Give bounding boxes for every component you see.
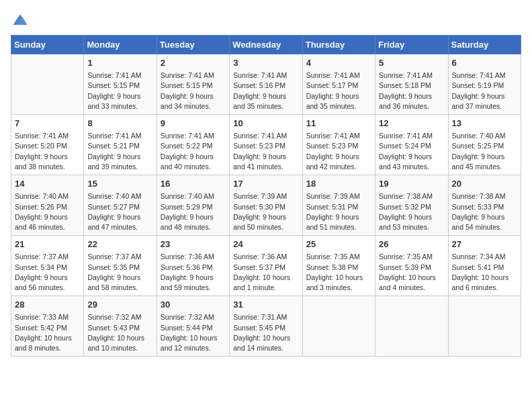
day-info: Sunrise: 7:38 AMSunset: 5:33 PMDaylight:… <box>452 191 517 232</box>
day-info: Sunrise: 7:41 AMSunset: 5:23 PMDaylight:… <box>233 131 298 172</box>
weekday-header: Monday <box>84 36 157 54</box>
calendar-cell: 7Sunrise: 7:41 AMSunset: 5:20 PMDaylight… <box>11 115 84 175</box>
calendar-cell: 1Sunrise: 7:41 AMSunset: 5:15 PMDaylight… <box>84 54 157 115</box>
weekday-header: Tuesday <box>157 36 229 54</box>
day-number: 29 <box>87 299 152 311</box>
calendar-cell: 16Sunrise: 7:40 AMSunset: 5:29 PMDayligh… <box>157 175 229 236</box>
logo-icon <box>11 11 30 30</box>
day-info: Sunrise: 7:39 AMSunset: 5:30 PMDaylight:… <box>233 191 298 232</box>
day-number: 5 <box>379 57 444 69</box>
calendar-cell: 30Sunrise: 7:32 AMSunset: 5:44 PMDayligh… <box>157 296 229 357</box>
day-number: 25 <box>306 238 371 250</box>
day-info: Sunrise: 7:36 AMSunset: 5:37 PMDaylight:… <box>233 252 298 293</box>
calendar-cell: 20Sunrise: 7:38 AMSunset: 5:33 PMDayligh… <box>448 175 521 236</box>
day-info: Sunrise: 7:40 AMSunset: 5:25 PMDaylight:… <box>452 131 517 172</box>
calendar-cell: 21Sunrise: 7:37 AMSunset: 5:34 PMDayligh… <box>11 236 84 296</box>
day-info: Sunrise: 7:38 AMSunset: 5:32 PMDaylight:… <box>379 191 444 232</box>
day-info: Sunrise: 7:41 AMSunset: 5:20 PMDaylight:… <box>15 131 80 172</box>
day-number: 22 <box>87 238 152 250</box>
day-number: 7 <box>15 118 80 130</box>
calendar-cell: 17Sunrise: 7:39 AMSunset: 5:30 PMDayligh… <box>230 175 302 236</box>
day-info: Sunrise: 7:37 AMSunset: 5:35 PMDaylight:… <box>87 252 152 293</box>
calendar-cell: 3Sunrise: 7:41 AMSunset: 5:16 PMDaylight… <box>230 54 302 115</box>
day-info: Sunrise: 7:40 AMSunset: 5:26 PMDaylight:… <box>15 191 80 232</box>
day-info: Sunrise: 7:41 AMSunset: 5:17 PMDaylight:… <box>306 71 371 111</box>
day-number: 13 <box>452 118 517 130</box>
day-number: 23 <box>161 238 226 250</box>
day-number: 21 <box>15 238 80 250</box>
calendar-cell: 9Sunrise: 7:41 AMSunset: 5:22 PMDaylight… <box>157 115 229 175</box>
day-number: 17 <box>233 178 298 190</box>
weekday-header: Sunday <box>11 36 84 54</box>
day-info: Sunrise: 7:41 AMSunset: 5:15 PMDaylight:… <box>161 71 226 111</box>
calendar-cell <box>11 54 84 115</box>
weekday-header: Thursday <box>302 36 375 54</box>
day-info: Sunrise: 7:40 AMSunset: 5:29 PMDaylight:… <box>161 191 226 232</box>
calendar-cell: 18Sunrise: 7:39 AMSunset: 5:31 PMDayligh… <box>302 175 375 236</box>
page-container: SundayMondayTuesdayWednesdayThursdayFrid… <box>0 0 532 363</box>
calendar-week-row: 1Sunrise: 7:41 AMSunset: 5:15 PMDaylight… <box>11 54 521 115</box>
calendar-cell: 8Sunrise: 7:41 AMSunset: 5:21 PMDaylight… <box>84 115 157 175</box>
calendar-cell: 28Sunrise: 7:33 AMSunset: 5:42 PMDayligh… <box>11 296 84 357</box>
calendar-cell: 25Sunrise: 7:35 AMSunset: 5:38 PMDayligh… <box>302 236 375 296</box>
day-info: Sunrise: 7:34 AMSunset: 5:41 PMDaylight:… <box>452 252 517 293</box>
calendar-week-row: 7Sunrise: 7:41 AMSunset: 5:20 PMDaylight… <box>11 115 521 175</box>
weekday-header: Wednesday <box>230 36 302 54</box>
logo <box>11 11 32 30</box>
page-header <box>11 11 521 30</box>
day-info: Sunrise: 7:37 AMSunset: 5:34 PMDaylight:… <box>15 252 80 293</box>
day-number: 11 <box>306 118 371 130</box>
day-number: 10 <box>233 118 298 130</box>
calendar-cell: 14Sunrise: 7:40 AMSunset: 5:26 PMDayligh… <box>11 175 84 236</box>
calendar-cell: 2Sunrise: 7:41 AMSunset: 5:15 PMDaylight… <box>157 54 229 115</box>
day-info: Sunrise: 7:41 AMSunset: 5:16 PMDaylight:… <box>233 71 298 111</box>
calendar-week-row: 21Sunrise: 7:37 AMSunset: 5:34 PMDayligh… <box>11 236 521 296</box>
calendar-cell: 26Sunrise: 7:35 AMSunset: 5:39 PMDayligh… <box>375 236 448 296</box>
day-number: 4 <box>306 57 371 69</box>
weekday-header-row: SundayMondayTuesdayWednesdayThursdayFrid… <box>11 36 521 54</box>
day-info: Sunrise: 7:36 AMSunset: 5:36 PMDaylight:… <box>161 252 226 293</box>
calendar-cell <box>302 296 375 357</box>
day-number: 9 <box>161 118 226 130</box>
day-info: Sunrise: 7:41 AMSunset: 5:21 PMDaylight:… <box>87 131 152 172</box>
day-number: 3 <box>233 57 298 69</box>
calendar-cell: 6Sunrise: 7:41 AMSunset: 5:19 PMDaylight… <box>448 54 521 115</box>
day-info: Sunrise: 7:41 AMSunset: 5:18 PMDaylight:… <box>379 71 444 111</box>
day-info: Sunrise: 7:35 AMSunset: 5:38 PMDaylight:… <box>306 252 371 293</box>
calendar-week-row: 14Sunrise: 7:40 AMSunset: 5:26 PMDayligh… <box>11 175 521 236</box>
calendar-cell: 29Sunrise: 7:32 AMSunset: 5:43 PMDayligh… <box>84 296 157 357</box>
calendar-cell: 13Sunrise: 7:40 AMSunset: 5:25 PMDayligh… <box>448 115 521 175</box>
calendar-cell: 15Sunrise: 7:40 AMSunset: 5:27 PMDayligh… <box>84 175 157 236</box>
calendar-cell <box>448 296 521 357</box>
calendar-cell: 11Sunrise: 7:41 AMSunset: 5:23 PMDayligh… <box>302 115 375 175</box>
calendar-cell: 27Sunrise: 7:34 AMSunset: 5:41 PMDayligh… <box>448 236 521 296</box>
calendar-cell: 23Sunrise: 7:36 AMSunset: 5:36 PMDayligh… <box>157 236 229 296</box>
day-info: Sunrise: 7:41 AMSunset: 5:15 PMDaylight:… <box>87 71 152 111</box>
day-info: Sunrise: 7:39 AMSunset: 5:31 PMDaylight:… <box>306 191 371 232</box>
calendar-cell: 4Sunrise: 7:41 AMSunset: 5:17 PMDaylight… <box>302 54 375 115</box>
day-number: 20 <box>452 178 517 190</box>
day-number: 24 <box>233 238 298 250</box>
weekday-header: Friday <box>375 36 448 54</box>
calendar-table: SundayMondayTuesdayWednesdayThursdayFrid… <box>11 35 521 357</box>
day-number: 19 <box>379 178 444 190</box>
day-number: 1 <box>87 57 152 69</box>
day-info: Sunrise: 7:35 AMSunset: 5:39 PMDaylight:… <box>379 252 444 293</box>
calendar-cell <box>375 296 448 357</box>
day-number: 31 <box>233 299 298 311</box>
day-info: Sunrise: 7:32 AMSunset: 5:43 PMDaylight:… <box>87 312 152 353</box>
day-info: Sunrise: 7:32 AMSunset: 5:44 PMDaylight:… <box>161 312 226 353</box>
day-number: 2 <box>161 57 226 69</box>
day-number: 30 <box>161 299 226 311</box>
day-info: Sunrise: 7:41 AMSunset: 5:19 PMDaylight:… <box>452 71 517 111</box>
day-info: Sunrise: 7:33 AMSunset: 5:42 PMDaylight:… <box>15 312 80 353</box>
day-number: 16 <box>161 178 226 190</box>
day-number: 8 <box>87 118 152 130</box>
day-number: 12 <box>379 118 444 130</box>
day-info: Sunrise: 7:41 AMSunset: 5:24 PMDaylight:… <box>379 131 444 172</box>
weekday-header: Saturday <box>448 36 521 54</box>
calendar-cell: 12Sunrise: 7:41 AMSunset: 5:24 PMDayligh… <box>375 115 448 175</box>
day-number: 6 <box>452 57 517 69</box>
day-number: 14 <box>15 178 80 190</box>
day-number: 27 <box>452 238 517 250</box>
